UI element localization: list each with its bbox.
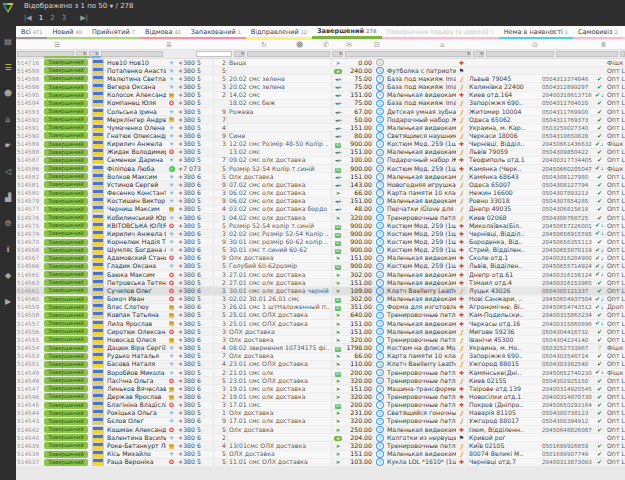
tab-outofstock[interactable]: Нема в наявності1 bbox=[499, 26, 573, 39]
client-type-label: Опт L bbox=[606, 148, 625, 156]
source-asterisk-icon: ✳ bbox=[169, 344, 174, 351]
delivery-cell: ✚ bbox=[456, 458, 467, 466]
order-sum: 151.00 bbox=[344, 279, 374, 287]
payment-transfer-icon: ➤ bbox=[336, 410, 341, 416]
sidebar-stats-chart-icon[interactable]: ▟ bbox=[0, 184, 16, 210]
delivered-check-icon: ✔ bbox=[597, 360, 602, 367]
location-pin-icon[interactable]: ⊙ bbox=[532, 40, 538, 50]
source-ring-icon: O bbox=[169, 222, 174, 229]
order-id: 514548 bbox=[16, 377, 42, 385]
sidebar-orders-icon[interactable]: ▤ bbox=[0, 28, 16, 54]
tab-all[interactable]: Всі471 bbox=[16, 26, 47, 39]
customer-name: Мерклінгер Андрей bbox=[106, 116, 166, 124]
tab-sent[interactable]: Відправлений12 bbox=[246, 26, 312, 39]
customer-name: Бєлов Олег bbox=[106, 417, 166, 425]
client-type-label: Опт L bbox=[606, 417, 625, 425]
order-id: 514589 bbox=[16, 140, 42, 148]
customer-name: Сучилов Олег bbox=[106, 287, 166, 295]
app-logo[interactable] bbox=[1, 1, 15, 15]
delivered-check-icon: ✔ bbox=[597, 385, 602, 392]
customer-name: Новосад Олеся bbox=[106, 336, 166, 344]
tasks-list-icon[interactable]: ≣ bbox=[166, 40, 172, 50]
order-comment: 19.01 смс олх доставка bbox=[228, 385, 332, 393]
order-sum: 103.00 bbox=[344, 458, 374, 466]
payment-transfer-icon: ➤ bbox=[336, 451, 341, 457]
phone-icon[interactable]: ✆ bbox=[323, 40, 329, 50]
filter-input[interactable]: ▼ bbox=[234, 51, 245, 57]
filter-input[interactable] bbox=[101, 51, 163, 57]
client-type-label: Опт L bbox=[606, 230, 625, 238]
tab-refused[interactable]: Відмова42 bbox=[140, 26, 186, 39]
tracking-number: 0504308127794 bbox=[541, 181, 593, 189]
ukrposhta-icon: J bbox=[460, 83, 462, 90]
source-ring-icon: O bbox=[169, 99, 174, 106]
product-bag-icon[interactable]: ⌂ bbox=[440, 40, 444, 50]
status-badge: Завершений bbox=[44, 434, 88, 441]
tab-completed[interactable]: Завершений278 bbox=[312, 26, 382, 39]
tab-pickup[interactable]: Самовивіз2 bbox=[573, 26, 623, 39]
order-comment: 02.02 30.01 26.01 смс bbox=[228, 295, 332, 303]
filter-input[interactable] bbox=[556, 51, 618, 57]
filter-input[interactable] bbox=[486, 51, 554, 57]
source-lic-icon: lic bbox=[169, 93, 175, 98]
sidebar-hand-pointer-icon[interactable]: ☛ bbox=[0, 132, 16, 158]
sidebar-leads-list-icon[interactable]: ☰ bbox=[0, 54, 16, 80]
ukraine-flag-icon bbox=[92, 442, 104, 450]
tab-packed[interactable]: Запакований1 bbox=[186, 26, 246, 39]
novaposhta-icon: ✚ bbox=[459, 165, 464, 172]
filter-input[interactable] bbox=[247, 51, 330, 57]
sidebar-video-play-icon[interactable]: ▶ bbox=[0, 288, 16, 314]
page-number-2[interactable]: 2 bbox=[50, 14, 54, 22]
clients-icon[interactable]: ☻ bbox=[296, 40, 303, 50]
sidebar-company-icon[interactable]: ⌂ bbox=[0, 106, 16, 132]
last-page-icon[interactable]: ▶| bbox=[80, 14, 88, 22]
status-filter-indicator bbox=[44, 56, 90, 58]
customer-name: Сольська Ірина bbox=[106, 108, 166, 116]
delivery-status-cell: ✔ bbox=[593, 426, 606, 434]
chat-icon[interactable]: ✉ bbox=[346, 40, 352, 50]
delivery-city: Ужгород 88017 bbox=[467, 417, 541, 425]
sidebar-megaphone-icon[interactable]: ◁ bbox=[0, 158, 16, 184]
page-number-3[interactable]: 3 bbox=[62, 14, 66, 22]
filter-input[interactable]: ▼ bbox=[345, 51, 471, 57]
novaposhta-icon: ✚ bbox=[459, 311, 464, 318]
ukrposhta-icon: J bbox=[460, 417, 462, 424]
filter-input[interactable] bbox=[620, 51, 625, 57]
filter-input[interactable]: ▼ bbox=[332, 51, 343, 57]
sidebar-clients-icon[interactable]: ☻ bbox=[0, 80, 16, 106]
filter-input[interactable]: ▼ bbox=[473, 51, 484, 57]
ukraine-flag-icon bbox=[92, 352, 104, 360]
rows-list-icon[interactable]: ☰ bbox=[54, 40, 60, 50]
order-id: 514592 bbox=[16, 116, 42, 124]
barcode-icon[interactable]: Ⅲ bbox=[601, 40, 606, 50]
sidebar-shield-icon[interactable]: ◆ bbox=[0, 262, 16, 288]
order-comment: Олх доставка bbox=[228, 173, 332, 181]
delivery-cell: J bbox=[456, 116, 467, 124]
page-number-1[interactable]: 1 bbox=[39, 14, 43, 22]
source-cell: O bbox=[166, 426, 177, 434]
first-page-icon[interactable]: |◀ bbox=[24, 14, 32, 22]
client-type-label: Опт L bbox=[606, 352, 625, 360]
status-cell: Завершений bbox=[42, 239, 90, 246]
client-type-label: Опт L bbox=[606, 336, 625, 344]
quantity-cell: 1 bbox=[374, 369, 386, 377]
tab-new[interactable]: Новий48 bbox=[47, 26, 87, 39]
country-cell bbox=[90, 369, 106, 377]
status-badge: Завершений bbox=[44, 247, 88, 254]
filter-search-input[interactable] bbox=[196, 51, 232, 57]
ukrposhta-icon: J bbox=[460, 148, 462, 155]
quantity-badge-icon: 1 bbox=[376, 165, 384, 173]
showing-range[interactable]: Відображено з 1 по 50 ▼ / 278 bbox=[24, 2, 134, 10]
delivery-status-cell: ✔↓ bbox=[593, 164, 606, 173]
quantity-cell: 1 bbox=[374, 108, 386, 116]
tab-return[interactable]: Повернення товару (в дорозі)0 bbox=[382, 26, 499, 39]
sidebar-settings-gear-icon[interactable]: ⚙ bbox=[0, 210, 16, 236]
sidebar-info-icon[interactable]: ℹ bbox=[0, 236, 16, 262]
money-icon[interactable]: ⊟ bbox=[374, 40, 380, 50]
refresh-icon[interactable]: ↻ bbox=[261, 40, 267, 50]
product-name: Тренировочные петли TRX Train.. bbox=[386, 442, 456, 450]
payment-transfer-icon: ➤ bbox=[336, 459, 341, 465]
tab-accepted[interactable]: Прийнятий7 bbox=[87, 26, 140, 39]
order-row[interactable]: 514537ЗавершенийРаца ВеронікаO+380 5511.… bbox=[16, 459, 625, 467]
ukraine-flag-icon bbox=[92, 360, 104, 368]
